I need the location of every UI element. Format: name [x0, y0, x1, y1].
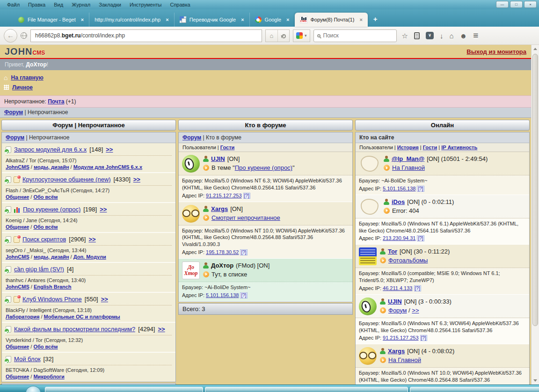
breadcrumb-forum-link[interactable]: Форум [4, 109, 23, 116]
category-link[interactable]: Микроблоги [33, 374, 64, 379]
text-link[interactable]: На Главной [388, 356, 421, 363]
text-link[interactable]: Смотрит непрочитанное [211, 214, 280, 221]
smiley-extension-icon[interactable]: ☻ [460, 32, 467, 39]
topic-title-link[interactable]: cần giúp lắm (SV!) [14, 266, 64, 273]
extension-button[interactable]: ▾ [293, 29, 310, 42]
text-link[interactable]: Про курение (опрос) [235, 164, 292, 171]
menu-icon[interactable]: ≡ [473, 30, 478, 41]
topic-title-link[interactable]: Какой фильм вы просмотрели последним? [14, 326, 135, 333]
bookmark-star-icon[interactable]: ☆ [402, 32, 408, 39]
tab-translate[interactable]: Переводчик Google × [174, 13, 249, 27]
home-small-icon[interactable]: ⌂ [266, 30, 277, 42]
user-name-link[interactable]: Xargs [211, 205, 228, 212]
topic-more-link[interactable]: >> [100, 206, 107, 213]
menu-edit[interactable]: Правка [24, 1, 50, 8]
new-tab-button[interactable]: + [368, 13, 383, 27]
category-link[interactable]: Общение [6, 194, 29, 200]
ip-help-link[interactable]: [?] [240, 292, 247, 298]
topic-more-link[interactable]: >> [106, 146, 113, 153]
menu-history[interactable]: Журнал [67, 1, 95, 8]
nav-personal-link[interactable]: Личное [12, 84, 33, 91]
search-box[interactable] [313, 29, 397, 42]
topic-title-link[interactable]: Клуб Windows Phone [22, 296, 82, 303]
ip-help-link[interactable]: [?] [243, 193, 250, 199]
home-icon[interactable]: ⌂ [449, 32, 453, 39]
mail-link[interactable]: Почта [48, 98, 64, 105]
nav-main-link[interactable]: На главную [11, 74, 43, 81]
user-name-link[interactable]: @lp_Man@ [392, 155, 424, 162]
text-link[interactable]: >> [412, 307, 419, 314]
category-link[interactable]: Обо всём [33, 344, 58, 349]
forum-link[interactable]: Форум [182, 134, 201, 141]
taskbar-button[interactable] [410, 387, 539, 392]
category-link[interactable]: Общение [6, 344, 29, 349]
ip-link[interactable]: 213.230.94.31 [383, 235, 415, 241]
bookmarks-list-icon[interactable] [414, 32, 420, 39]
close-tab-icon[interactable]: × [286, 17, 289, 22]
logout-link[interactable]: Выход из монитора [466, 48, 526, 55]
menu-bookmarks[interactable]: Закладки [95, 1, 125, 8]
ip-link[interactable]: 91.215.127.253 [206, 193, 241, 198]
ip-help-link[interactable]: [?] [240, 249, 247, 255]
scroll-down-arrow[interactable] [532, 377, 539, 385]
text-link[interactable]: Гости [220, 145, 235, 150]
page-scrollbar[interactable] [531, 45, 539, 385]
tab-myru[interactable]: http://my.ru/control/index.php × [89, 13, 174, 27]
close-tab-icon[interactable]: × [81, 17, 84, 22]
category-link[interactable]: Общение [6, 224, 29, 230]
topic-title-link[interactable]: Мой блок [14, 356, 41, 363]
tab-forum-active[interactable]: CMS Форум(8) Почта(1) × [295, 13, 368, 27]
taskbar-button[interactable] [45, 387, 203, 392]
ip-link[interactable]: 46.211.4.133 [383, 285, 412, 291]
category-link[interactable]: JohnCMS [6, 164, 29, 170]
user-name-link[interactable]: UJIN [388, 298, 402, 305]
close-tab-icon[interactable]: × [359, 17, 362, 22]
category-link[interactable]: Доп. Модули [73, 254, 106, 260]
topic-title-link[interactable]: Круглосуточное общение (new) [22, 176, 111, 183]
url-bar[interactable]: h66862p8.bget.ru/control/index.php [30, 29, 262, 42]
menu-file[interactable]: Файл [3, 1, 24, 8]
ip-link[interactable]: 5.101.156.138 [383, 186, 415, 191]
category-link[interactable]: JohnCMS [6, 284, 29, 290]
text-link[interactable]: На Главной [392, 164, 425, 171]
user-name-link[interactable]: Tor [388, 248, 397, 255]
text-link[interactable]: Фотоальбомы [388, 257, 428, 264]
taskbar-button[interactable] [205, 387, 408, 392]
back-button[interactable]: ← [4, 29, 17, 43]
menu-view[interactable]: Вид [50, 1, 67, 8]
category-link[interactable]: Лаборатория [6, 314, 39, 319]
category-link[interactable]: JohnCMS [6, 254, 29, 260]
ip-help-link[interactable]: [?] [420, 335, 427, 341]
topic-more-link[interactable]: >> [101, 296, 108, 303]
topic-more-link[interactable]: >> [88, 236, 95, 243]
site-identity-icon[interactable] [21, 32, 27, 39]
reload-icon[interactable] [277, 30, 289, 42]
search-input[interactable] [323, 32, 384, 39]
category-link[interactable]: Мобильные ОС и платформы [44, 314, 120, 319]
menu-help[interactable]: Справка [166, 1, 194, 8]
ip-help-link[interactable]: [?] [417, 186, 424, 192]
close-button[interactable]: × [524, 1, 537, 8]
text-link[interactable]: Гости [423, 145, 437, 150]
user-name-link[interactable]: UJIN [211, 155, 225, 162]
user-name-link[interactable]: Xargs [388, 348, 405, 355]
text-link[interactable]: IP Активность [441, 145, 477, 150]
menu-tools[interactable]: Инструменты [125, 1, 166, 8]
ip-link[interactable]: 91.215.127.253 [383, 335, 418, 341]
ip-help-link[interactable]: [?] [417, 235, 424, 241]
category-link[interactable]: Обо всём [33, 224, 58, 230]
scrollbar-thumb[interactable] [532, 54, 538, 326]
category-link[interactable]: English Branch [34, 284, 72, 290]
ip-link[interactable]: 5.101.156.138 [206, 292, 239, 298]
pocket-icon[interactable]: ∨ [426, 32, 434, 39]
maximize-button[interactable]: □ [510, 1, 523, 8]
close-tab-icon[interactable]: × [166, 17, 168, 22]
topic-more-link[interactable]: >> [158, 326, 165, 333]
close-tab-icon[interactable]: × [241, 17, 244, 22]
category-link[interactable]: моды, дизайн [34, 254, 69, 260]
start-button[interactable] [26, 386, 41, 392]
category-link[interactable]: Обо всём [33, 194, 58, 200]
topic-title-link[interactable]: Поиск скриптов [22, 236, 66, 243]
text-link[interactable]: История [397, 145, 419, 150]
category-link[interactable]: Общение [6, 374, 29, 379]
